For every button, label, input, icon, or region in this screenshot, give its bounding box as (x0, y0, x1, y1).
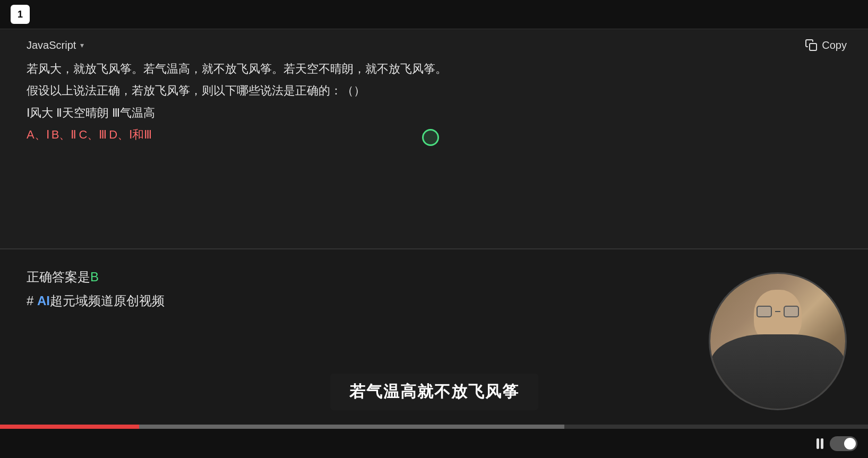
hashtag-text: 超元域频道原创视频 (50, 293, 165, 308)
person-glasses (757, 306, 799, 317)
subtitle-bar: 若气温高就不放飞风筝 (330, 374, 538, 410)
option-a: A、Ⅰ (27, 125, 49, 144)
copy-label: Copy (822, 39, 847, 51)
webcam-person (710, 274, 845, 409)
top-bar: 1 (0, 0, 868, 29)
person-background (710, 334, 845, 409)
answer-letter: B (90, 270, 99, 284)
code-line-3: Ⅰ风大 Ⅱ天空晴朗 Ⅲ气温高 (27, 103, 841, 123)
webcam-overlay (709, 272, 847, 410)
code-content: 若风大，就放飞风筝。若气温高，就不放飞风筝。若天空不晴朗，就不放飞风筝。 假设以… (0, 59, 868, 158)
code-line-options: A、Ⅰ B、Ⅱ C、Ⅲ D、Ⅰ和Ⅲ (27, 125, 841, 144)
bottom-controls (0, 429, 868, 458)
pause-button[interactable] (817, 438, 823, 449)
option-c: C、Ⅲ (79, 125, 107, 144)
copy-button[interactable]: Copy (805, 39, 847, 51)
video-progress-bar[interactable] (0, 425, 868, 429)
toggle-switch[interactable] (830, 436, 857, 451)
svg-rect-0 (810, 44, 817, 50)
code-line-2: 假设以上说法正确，若放飞风筝，则以下哪些说法是正确的：（） (27, 81, 841, 100)
copy-icon (805, 39, 818, 51)
code-header: JavaScript ▾ Copy (0, 29, 868, 59)
code-area: JavaScript ▾ Copy 若风大，就放飞风筝。若气温高，就不放飞风筝。… (0, 29, 868, 249)
chevron-down-icon: ▾ (80, 41, 84, 49)
tab-number: 1 (18, 9, 23, 20)
tab-badge[interactable]: 1 (11, 5, 30, 24)
language-selector[interactable]: JavaScript ▾ (27, 39, 84, 51)
toggle-knob (844, 438, 856, 450)
person-silhouette (710, 274, 845, 409)
option-b: B、Ⅱ (51, 125, 77, 144)
language-label: JavaScript (27, 39, 76, 51)
subtitle-text: 若气温高就不放飞风筝 (349, 383, 519, 400)
code-line-1: 若风大，就放飞风筝。若气温高，就不放飞风筝。若天空不晴朗，就不放飞风筝。 (27, 59, 841, 79)
progress-played (0, 425, 139, 429)
option-d: D、Ⅰ和Ⅲ (109, 125, 152, 144)
